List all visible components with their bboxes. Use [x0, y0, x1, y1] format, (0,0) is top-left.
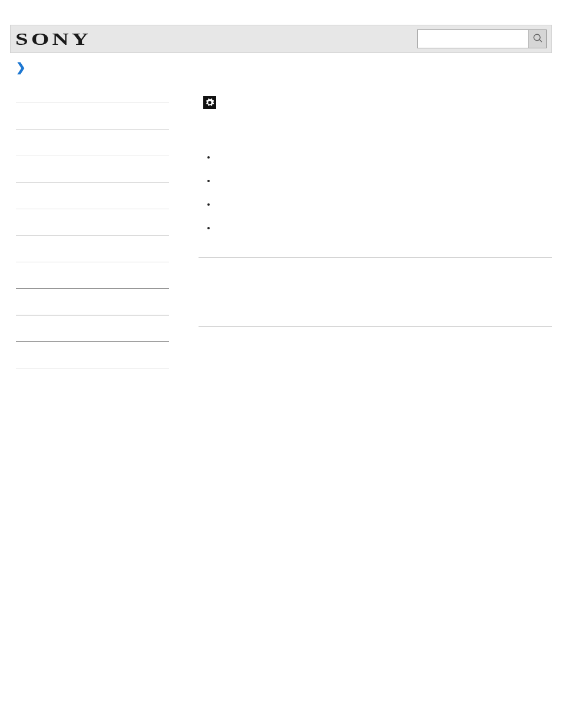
list-item	[216, 199, 552, 223]
sidebar-item-6[interactable]	[16, 209, 169, 236]
list-item	[216, 223, 552, 246]
breadcrumb-row: ❯	[10, 60, 552, 74]
divider	[199, 326, 552, 327]
brand-logo: SONY	[15, 29, 91, 49]
sidebar-item-11[interactable]	[16, 342, 169, 368]
bullet-list	[216, 152, 552, 246]
sidebar-item-3[interactable]	[16, 130, 169, 156]
sidebar-item-10[interactable]	[16, 315, 169, 342]
chevron-right-icon: ❯	[16, 60, 26, 74]
sidebar-item-5[interactable]	[16, 183, 169, 209]
list-item	[216, 176, 552, 199]
sidebar-item-8[interactable]	[16, 262, 169, 289]
instruction-line	[199, 94, 552, 111]
main-content	[175, 77, 552, 368]
search-button[interactable]	[529, 29, 547, 48]
header-bar: SONY	[10, 25, 552, 53]
sidebar	[10, 77, 175, 368]
search-box	[417, 29, 547, 48]
gear-icon	[203, 96, 216, 109]
divider	[199, 257, 552, 258]
sidebar-item-2[interactable]	[16, 103, 169, 130]
list-item	[216, 152, 552, 176]
sidebar-item-7[interactable]	[16, 236, 169, 262]
sidebar-item-1[interactable]	[16, 77, 169, 103]
search-icon	[533, 33, 543, 45]
search-input[interactable]	[417, 29, 529, 48]
sidebar-item-4[interactable]	[16, 156, 169, 183]
sidebar-item-9[interactable]	[16, 289, 169, 315]
note-block	[199, 268, 552, 315]
